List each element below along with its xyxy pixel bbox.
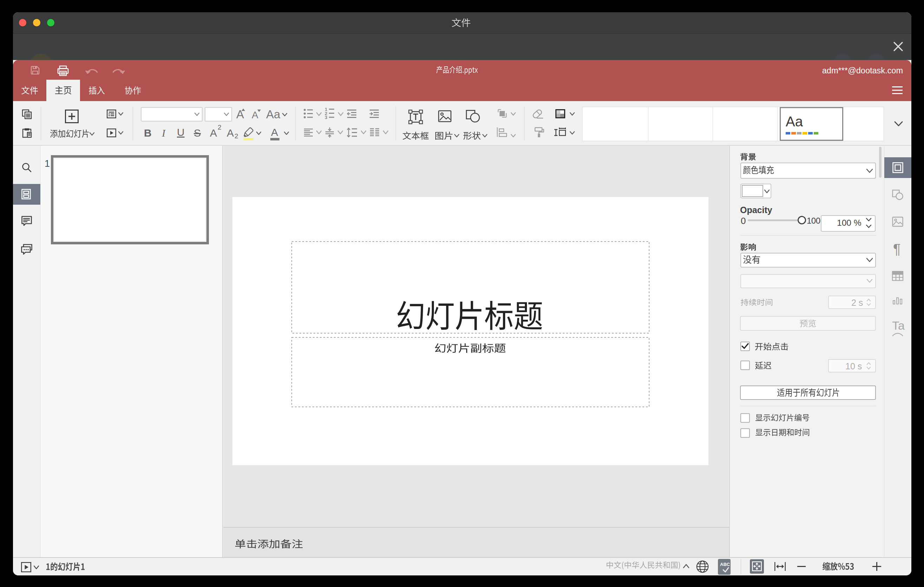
svg-text:3: 3 (325, 115, 328, 120)
